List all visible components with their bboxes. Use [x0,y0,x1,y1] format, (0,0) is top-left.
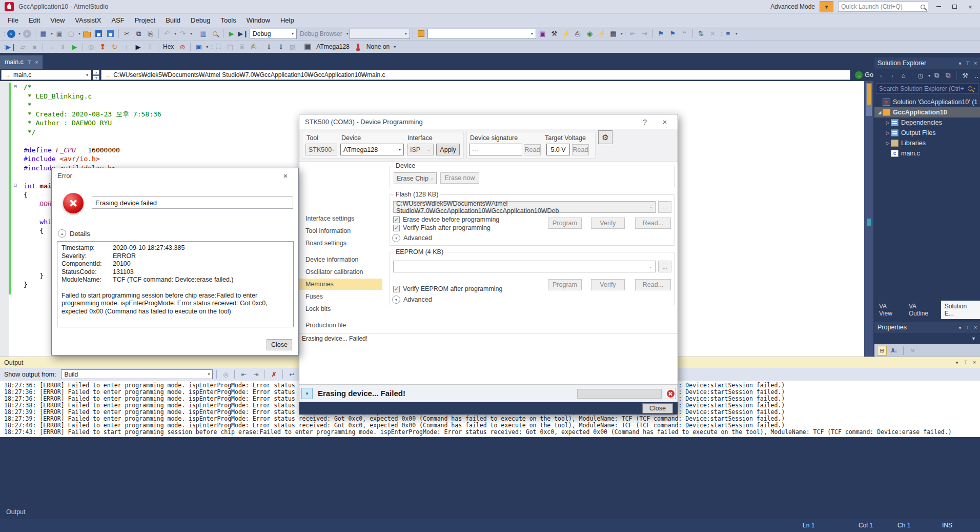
menu-window[interactable]: Window [241,15,275,26]
read-device-icon[interactable]: ⇓ [275,42,286,52]
processor-view-icon[interactable]: ▣ [193,42,204,52]
va-go-button[interactable]: → Go [855,71,873,79]
dp-sidebar-oscillator-calibration[interactable]: Oscillator calibration [299,266,382,278]
menu-help[interactable]: Help [275,15,299,26]
bookmark-icon[interactable]: ⚑ [656,29,666,39]
pin-icon[interactable]: ⊤ [27,60,32,65]
dp-sidebar-production-file[interactable]: Production file [299,320,382,331]
asf-explorer-icon[interactable] [416,29,426,39]
disable-breakpoints-icon[interactable]: ⊘ [177,42,188,52]
eeprom-advanced-expander[interactable]: ▾Advanced [392,295,432,304]
panel-close-icon[interactable]: × [974,61,977,66]
solution-configurations-combo[interactable]: Debug▾ [250,29,297,39]
open-file-icon[interactable] [81,29,92,39]
bookmark-next-icon[interactable]: ⚑ [667,29,678,39]
overflow-icon[interactable]: ‥ [972,70,980,81]
dp-sidebar-fuses[interactable]: Fuses [299,291,382,302]
toolbar-grip[interactable]: ⋮ [2,31,5,36]
status-dropdown-icon[interactable]: ▾ [301,388,313,399]
device-chip-icon[interactable]: ▣ [537,29,548,39]
watch-icon[interactable]: ◎ [86,42,96,52]
object-file-icon[interactable]: ⎙ [248,42,259,52]
error-details-box[interactable]: Timestamp:2020-09-10 18:27:43.385Severit… [57,241,294,327]
tree-item-gccapplication10[interactable]: ◢GccApplication10 [874,107,980,117]
eeprom-file-combo[interactable]: ⌄ [393,261,656,272]
properties-object-combo[interactable]: ▼ [874,333,980,344]
forward-icon[interactable]: › [888,70,897,81]
navigate-back-icon[interactable]: ‹ [6,29,16,39]
increase-indent-icon[interactable]: ⇥ [639,29,650,39]
tree-expander-icon[interactable]: ▷ [885,120,891,125]
find-icon[interactable] [210,29,220,39]
redo-icon[interactable]: ↷ [177,29,188,39]
pin-icon[interactable]: ⊤ [963,360,968,365]
read-signature-button[interactable]: Read [524,144,541,155]
fold-marker-icon[interactable]: ⊟ [14,84,17,89]
panel-close-icon[interactable]: × [974,325,977,330]
fold-marker-icon[interactable]: ⊟ [14,182,17,188]
navigate-forward-icon[interactable]: › [22,29,32,39]
editor-scrollbar[interactable] [864,81,873,357]
menu-view[interactable]: View [45,15,70,26]
dp-sidebar-device-information[interactable]: Device information [299,254,382,265]
menu-edit[interactable]: Edit [24,15,45,26]
eeprom-program-button[interactable]: Program [548,279,582,290]
io-view-icon[interactable]: ⌸ [236,42,247,52]
verify-eeprom-checkbox[interactable]: ✓Verify EEPROM after programming [393,285,503,292]
help-icon[interactable]: ? [632,117,658,126]
properties-wrench-icon[interactable]: ⚒ [961,70,970,81]
target-interface-dropdown-icon[interactable]: ▾ [394,45,396,49]
va-nav-dropdown-icon[interactable]: ▾ [736,31,738,36]
pause-icon[interactable]: ‖ [57,42,68,52]
dp-sidebar-interface-settings[interactable]: Interface settings [299,213,382,224]
device-close-button[interactable]: Close [642,403,673,413]
goto-next-message-icon[interactable]: ⇥ [251,369,261,379]
dp-sidebar-lock-bits[interactable]: Lock bits [299,303,382,314]
flash-advanced-expander[interactable]: ▾Advanced [392,234,432,242]
decrease-indent-icon[interactable]: ⇤ [627,29,638,39]
menu-build[interactable]: Build [160,15,186,26]
dp-sidebar-board-settings[interactable]: Board settings [299,238,382,249]
output-bottom-tab[interactable]: Output [6,508,26,516]
tab-main-c[interactable]: main.c ⊤ × [0,55,43,69]
solution-explorer-icon[interactable]: ▥ [198,29,209,39]
scroll-to-cursor-icon[interactable]: Ŧ [145,42,155,52]
tool-wrench-icon[interactable]: ⚒ [549,29,560,39]
menu-tools[interactable]: Tools [215,15,241,26]
restart-icon[interactable]: ↻ [109,42,120,52]
window-menu-icon[interactable]: ▾ [958,325,961,330]
processor-view-dropdown-icon[interactable]: ▾ [206,45,208,49]
tab-va-view[interactable]: VA View [875,301,904,319]
save-icon[interactable] [93,29,104,39]
apply-button[interactable]: Apply [436,144,460,155]
memory-view-icon[interactable]: ⛶ [213,42,223,52]
tree-expander-icon[interactable]: ◢ [876,110,883,115]
toggle-word-wrap-icon[interactable]: ↩ [287,369,297,379]
community-icon[interactable]: ◉ [584,29,595,39]
quick-launch-box[interactable] [838,2,928,12]
property-pages-wrench-icon[interactable]: ⚒ [908,346,917,356]
flash-read-button[interactable]: Read... [635,218,671,229]
target-device-label[interactable]: ATmega128 [314,43,351,50]
launch-tool-icon[interactable]: ⚡ [596,29,607,39]
goto-previous-message-icon[interactable]: ⇤ [238,369,249,379]
new-project-dropdown-icon[interactable]: ▾ [51,31,53,36]
eeprom-browse-button[interactable]: ... [658,261,671,272]
dialog-close-icon[interactable]: × [658,117,672,126]
tab-va-outline[interactable]: VA Outline [905,301,940,319]
solution-search-box[interactable]: ▾ [876,83,978,94]
output-source-combo[interactable]: Build▾ [61,369,213,379]
dialog-close-icon[interactable]: × [278,171,293,180]
flash-file-combo[interactable]: C:₩Users₩dlek5₩Documents₩Atmel Studio₩7.… [393,201,656,213]
close-button[interactable]: × [965,2,976,11]
tree-item-output-files[interactable]: ▷Output Files [874,128,980,138]
add-new-item-icon[interactable]: ▢ [66,29,76,39]
pending-changes-filter-icon[interactable]: ◷ [916,70,925,81]
navigate-bookmarks-icon[interactable]: ⇅ [696,29,706,39]
file-path-combo[interactable]: → C:₩Users₩dlek5₩Documents₩Atmel Studio₩… [101,70,850,80]
disassembly-icon[interactable]: ▤ [224,42,235,52]
debug-browser-label[interactable]: Debug Browser [298,30,344,37]
details-expander[interactable]: ▴ Details [58,229,90,238]
tree-item-libraries[interactable]: ▷Libraries [874,138,980,148]
collapse-details-icon[interactable]: ▴ [58,229,66,238]
